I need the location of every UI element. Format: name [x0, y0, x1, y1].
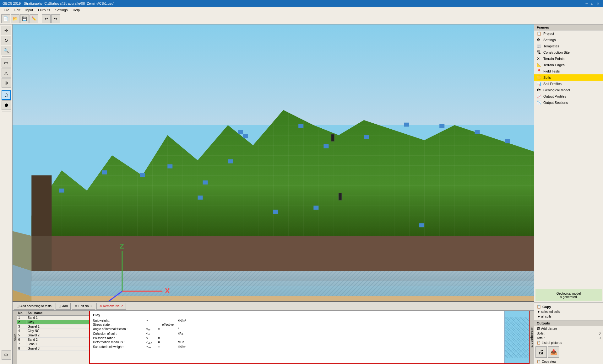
svg-rect-36: [323, 144, 329, 148]
settings-frame-icon: ⚙: [537, 38, 542, 42]
tool-select-box[interactable]: ▭: [2, 58, 11, 67]
soil-texture-panel: [504, 311, 530, 364]
menu-settings[interactable]: Settings: [53, 8, 70, 13]
frames-section: Frames 📋 Project ⚙ Settings 📰 Templates …: [534, 24, 603, 288]
frame-project[interactable]: 📋 Project: [534, 30, 603, 37]
frame-templates[interactable]: 📰 Templates: [534, 43, 603, 49]
svg-rect-32: [228, 159, 233, 163]
copy-view-icon: 📋: [537, 360, 541, 363]
edit-icon: ✏: [75, 304, 78, 308]
menu-file[interactable]: File: [1, 8, 12, 13]
soil-row[interactable]: 7 Lens 1: [17, 342, 89, 346]
tool-triangle[interactable]: △: [2, 68, 11, 78]
tool-zoom[interactable]: 🔍: [2, 46, 11, 55]
tool-rotate[interactable]: ↻: [2, 36, 11, 45]
svg-rect-0: [13, 24, 534, 125]
titlebar-controls: ─ □ ✕: [584, 1, 600, 6]
svg-text:X: X: [165, 287, 170, 295]
svg-marker-8: [31, 175, 52, 236]
output-profiles-icon: 📈: [537, 94, 542, 99]
soil-row[interactable]: 5 Gravel 2: [17, 333, 89, 338]
svg-rect-34: [243, 134, 248, 138]
frames-header: Frames: [534, 24, 603, 30]
tool-connect[interactable]: ⊕: [2, 78, 11, 88]
outputs-section: Outputs 🖼 Add picture Soils : 0 Total : …: [534, 320, 603, 345]
frame-output-profiles[interactable]: 📈 Output Profiles: [534, 93, 603, 99]
open-button[interactable]: 📂: [11, 14, 19, 23]
tool-move[interactable]: ✛: [2, 26, 11, 35]
soil-row[interactable]: 1 Sand 1: [17, 316, 89, 320]
frame-geological-model[interactable]: 🗺 Geological Model: [534, 87, 603, 93]
frame-terrain-edges[interactable]: 📐 Terrain Edges: [534, 62, 603, 68]
minimize-button[interactable]: ─: [584, 1, 589, 6]
svg-rect-38: [404, 123, 409, 127]
copy-all-soils-button[interactable]: ▶ all soils: [535, 314, 602, 319]
edit-button[interactable]: ✏️: [30, 14, 38, 23]
remove-button[interactable]: ✕ Remove No. 2: [96, 303, 126, 310]
edit-button[interactable]: ✏ Edit No. 2: [72, 303, 95, 310]
svg-marker-13: [31, 296, 534, 301]
viewport-3d[interactable]: X Z Y: [13, 24, 534, 301]
svg-rect-44: [313, 206, 318, 210]
main-layout: ✛ ↻ 🔍 ▭ △ ⊕ ⬡ ⬢ ⚙: [0, 24, 603, 364]
svg-rect-35: [298, 124, 303, 128]
save-button[interactable]: 💾: [20, 14, 29, 23]
bottom-content: Soils No. Soil name 1 Sand 1 2: [13, 311, 534, 364]
export-button[interactable]: 📤: [548, 346, 559, 358]
frame-terrain-points[interactable]: ✕ Terrain Points: [534, 56, 603, 62]
svg-rect-28: [140, 173, 145, 177]
soil-list-header: No. Soil name: [17, 311, 89, 316]
close-button[interactable]: ✕: [595, 1, 600, 6]
soil-row[interactable]: 8 Gravel 3: [17, 346, 89, 351]
soil-row[interactable]: 4 Clay NG: [17, 329, 89, 333]
copy-all-arrow-icon: ▶: [538, 315, 540, 318]
tool-sep3: [2, 111, 11, 111]
construction-icon: 🏗: [537, 50, 542, 55]
undo-button[interactable]: ↩: [42, 14, 51, 23]
copy-header: 📋 Copy: [535, 304, 602, 309]
add-button[interactable]: ⊞ Add: [56, 303, 71, 310]
redo-button[interactable]: ↪: [51, 14, 60, 23]
soil-row[interactable]: 3 Gravel 1: [17, 324, 89, 329]
soil-prop-stress-state: Stress-state : effective: [93, 323, 501, 326]
add-picture-item[interactable]: 🖼 Add picture: [534, 326, 603, 331]
soil-prop-deformation: Deformation modulus : Edef = MPa: [93, 340, 501, 345]
soils-icon: 🟡: [537, 75, 542, 80]
frame-soils[interactable]: 🟡 Soils: [534, 74, 603, 81]
terrain-points-icon: ✕: [537, 56, 542, 61]
print-button[interactable]: 🖨: [535, 346, 547, 358]
menu-outputs[interactable]: Outputs: [35, 8, 53, 13]
soil-prop-saturated: Saturated unit weight : γsat = kN/m³: [93, 345, 501, 349]
soil-prop-poisson: Poisson's ratio : ν =: [93, 336, 501, 340]
toolbar: 📄 📂 💾 ✏️ ↩ ↪: [0, 13, 603, 24]
list-pictures-item[interactable]: 📋 List of pictures: [534, 340, 603, 345]
svg-rect-43: [273, 210, 278, 214]
menu-edit[interactable]: Edit: [12, 8, 23, 13]
frame-construction-site[interactable]: 🏗 Construction Site: [534, 49, 603, 56]
menu-input[interactable]: Input: [23, 8, 35, 13]
copy-section: 📋 Copy ▶ selected soils ▶ all soils: [534, 302, 603, 320]
tool-view3d[interactable]: ⬡: [2, 90, 11, 100]
soil-row-selected[interactable]: 2 Clay ▶: [17, 320, 89, 324]
maximize-button[interactable]: □: [590, 1, 595, 6]
frame-soil-profiles[interactable]: 📊 Soil Profiles: [534, 81, 603, 87]
tool-sep2: [2, 89, 11, 89]
frame-output-sections[interactable]: 📉 Output Sections: [534, 99, 603, 106]
svg-rect-40: [475, 130, 480, 134]
soil-details-panel: Clay Unit weight : γ = kN/m³ Stress-stat…: [89, 311, 504, 364]
frame-settings[interactable]: ⚙ Settings: [534, 37, 603, 43]
new-button[interactable]: 📄: [1, 14, 10, 23]
svg-rect-37: [364, 135, 369, 139]
output-buttons: 🖨 📤: [534, 345, 603, 359]
copy-selected-soils-button[interactable]: ▶ selected soils: [535, 309, 602, 314]
add-according-to-tests-button[interactable]: ⊞ Add according to tests: [14, 303, 54, 310]
soil-prop-unit-weight: Unit weight : γ = kN/m³: [93, 319, 501, 322]
copy-view-button[interactable]: 📋 Copy view: [534, 359, 603, 364]
soil-row[interactable]: 6 Sand 2: [17, 338, 89, 342]
menu-help[interactable]: Help: [70, 8, 82, 13]
frame-field-tests[interactable]: 📍 Field Tests: [534, 68, 603, 74]
tool-settings[interactable]: ⚙: [2, 350, 11, 360]
soil-prop-cohesion: Cohesion of soil : cef = kPa: [93, 332, 501, 336]
svg-rect-31: [203, 180, 208, 185]
tool-cube[interactable]: ⬢: [2, 100, 11, 110]
